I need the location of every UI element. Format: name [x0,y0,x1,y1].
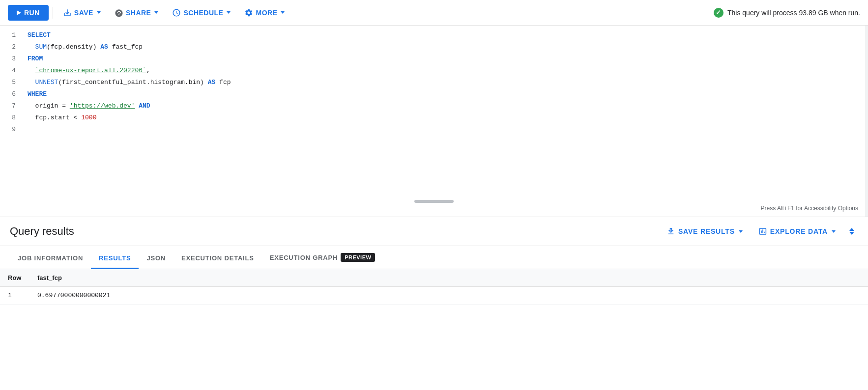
expand-arrows-icon [849,228,854,235]
save-results-button[interactable]: SAVE RESULTS [661,224,749,239]
code-line-7: origin = 'https://web.dev' AND [28,100,868,112]
expand-collapse-button[interactable] [845,225,858,238]
toolbar-separator-1 [53,7,53,19]
query-info-text: This query will process 93.89 GB when ru… [727,9,860,17]
schedule-button[interactable]: SCHEDULE [166,4,236,21]
share-icon [115,8,123,17]
column-header-row: Row [0,269,29,287]
share-chevron-icon [154,11,158,14]
settings-icon [244,8,253,17]
save-label: SAVE [74,9,93,17]
toolbar: RUN SAVE SHARE SCHEDULE MORE ✓ This quer… [0,0,868,26]
more-label: MORE [256,9,277,17]
table-header-row: Row fast_fcp [0,269,868,287]
play-icon [17,10,21,15]
save-button[interactable]: SAVE [57,4,107,21]
column-header-empty [742,269,868,287]
tab-execution-graph[interactable]: EXECUTION GRAPH PREVIEW [262,246,383,269]
code-editor-area: 1 2 3 4 5 6 7 8 9 SELECT SUM(fcp.density… [0,26,868,217]
tab-execution-details[interactable]: EXECUTION DETAILS [174,248,262,269]
column-header-fast-fcp: fast_fcp [29,269,742,287]
preview-badge: PREVIEW [341,253,375,262]
accessibility-hint: Press Alt+F1 for Accessibility Options [761,205,858,212]
chart-icon [758,227,767,236]
horizontal-scrollbar[interactable] [414,200,454,203]
more-button[interactable]: MORE [238,4,290,21]
download-icon [666,227,675,236]
tab-job-information[interactable]: JOB INFORMATION [10,248,91,269]
code-line-6: WHERE [28,88,868,100]
cell-fast-fcp-1: 0.69770000000000021 [29,287,742,305]
code-content[interactable]: SELECT SUM(fcp.density) AS fast_fcp FROM… [24,29,868,213]
results-table: Row fast_fcp 1 0.69770000000000021 [0,269,868,305]
tabs-bar: JOB INFORMATION RESULTS JSON EXECUTION D… [0,246,868,269]
check-icon: ✓ [714,8,723,18]
save-results-label: SAVE RESULTS [678,227,735,235]
code-line-1: SELECT [28,29,868,41]
explore-data-button[interactable]: EXPLORE DATA [752,224,841,239]
table-row: 1 0.69770000000000021 [0,287,868,305]
cell-empty-1 [742,287,868,305]
save-results-chevron-icon [739,230,743,233]
code-line-2: SUM(fcp.density) AS fast_fcp [28,41,868,53]
explore-data-chevron-icon [832,230,836,233]
run-label: RUN [24,9,40,17]
cell-row-1: 1 [0,287,29,305]
results-table-container: Row fast_fcp 1 0.69770000000000021 [0,269,868,305]
tab-results[interactable]: RESULTS [91,248,139,269]
code-line-9 [28,124,868,136]
schedule-chevron-icon [227,11,231,14]
code-line-4: `chrome-ux-report.all.202206`, [28,65,868,77]
code-line-3: FROM [28,53,868,65]
schedule-label: SCHEDULE [183,9,223,17]
results-actions: SAVE RESULTS EXPLORE DATA [661,224,858,239]
run-button[interactable]: RUN [8,5,49,21]
code-line-8: fcp.start < 1000 [28,112,868,124]
save-chevron-icon [97,11,101,14]
tab-json[interactable]: JSON [139,248,174,269]
vertical-scrollbar[interactable] [865,26,868,217]
code-editor[interactable]: 1 2 3 4 5 6 7 8 9 SELECT SUM(fcp.density… [0,26,868,217]
code-line-5: UNNEST(first_contentful_paint.histogram.… [28,77,868,88]
results-header: Query results SAVE RESULTS EXPLORE DATA [0,217,868,246]
query-info: ✓ This query will process 93.89 GB when … [714,8,860,18]
line-numbers: 1 2 3 4 5 6 7 8 9 [0,29,24,213]
more-chevron-icon [281,11,285,14]
save-icon [63,8,72,17]
schedule-icon [172,8,181,17]
results-title: Query results [10,225,74,238]
share-button[interactable]: SHARE [109,4,165,21]
share-label: SHARE [126,9,151,17]
explore-data-label: EXPLORE DATA [770,227,828,235]
